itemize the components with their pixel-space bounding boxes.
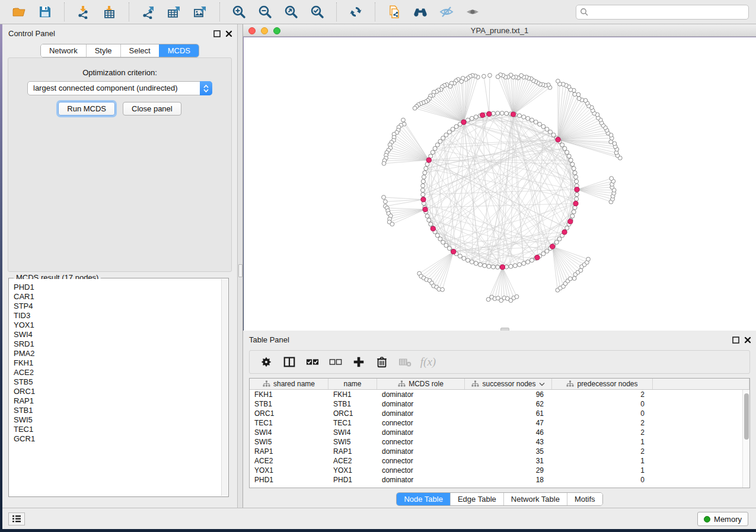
table-cell[interactable]: FKH1 (328, 390, 377, 399)
tab-network-table[interactable]: Network Table (503, 493, 567, 505)
table-cell[interactable]: dominator (377, 428, 465, 437)
import-network-icon[interactable] (71, 2, 97, 22)
column-header-predecessor-nodes[interactable]: predecessor nodes (552, 379, 653, 389)
table-row[interactable]: FKH1FKH1dominator962 (250, 390, 742, 399)
table-cell[interactable]: SWI4 (250, 428, 328, 437)
table-row[interactable]: ACE2ACE2connector311 (250, 456, 742, 466)
table-cell[interactable]: 2 (552, 418, 653, 428)
table-cell[interactable]: STB1 (328, 399, 377, 409)
table-cell[interactable]: connector (377, 456, 465, 466)
table-cell[interactable]: 1 (552, 456, 653, 466)
table-cell[interactable]: SWI4 (328, 428, 377, 437)
table-cell[interactable]: 61 (465, 409, 552, 418)
export-table-icon[interactable] (161, 2, 187, 22)
mcds-result-item[interactable]: GCR1 (14, 434, 228, 444)
table-row[interactable]: RAP1RAP1dominator352 (250, 447, 742, 456)
table-cell[interactable]: RAP1 (250, 447, 328, 456)
column-header-name[interactable]: name (328, 379, 377, 389)
table-cell[interactable]: 0 (552, 399, 653, 409)
table-cell[interactable]: ACE2 (250, 456, 328, 466)
table-cell[interactable]: SWI5 (328, 437, 377, 447)
search-field[interactable] (576, 5, 749, 20)
tab-motifs[interactable]: Motifs (567, 493, 602, 505)
table-cell[interactable]: 96 (465, 390, 552, 399)
table-cell[interactable]: dominator (377, 475, 465, 485)
table-cell[interactable]: dominator (377, 399, 465, 409)
network-canvas[interactable] (244, 37, 756, 331)
checkbox-unchecked-pair-icon[interactable] (326, 352, 345, 371)
mcds-result-item[interactable]: RAP1 (14, 396, 228, 406)
table-cell[interactable]: FKH1 (250, 390, 328, 399)
chevron-down-icon[interactable] (539, 382, 545, 386)
tab-node-table[interactable]: Node Table (397, 493, 450, 505)
table-cell[interactable]: 31 (465, 456, 552, 466)
float-panel-icon[interactable] (732, 335, 739, 346)
table-scrollbar[interactable] (742, 390, 749, 488)
search-input[interactable] (589, 7, 748, 18)
table-cell[interactable]: 62 (465, 399, 552, 409)
table-row[interactable]: STB1STB1dominator620 (250, 399, 742, 409)
table-cell[interactable]: ORC1 (250, 409, 328, 418)
table-cell[interactable]: 35 (465, 447, 552, 456)
mcds-result-item[interactable]: PMA2 (14, 349, 228, 358)
table-cell[interactable]: 0 (552, 475, 653, 485)
close-panel-icon[interactable] (225, 29, 232, 40)
table-row[interactable]: SWI5SWI5connector431 (250, 437, 742, 447)
tab-style[interactable]: Style (86, 44, 120, 57)
mcds-result-list[interactable]: PHD1CAR1STP4TID3YOX1SWI4SRD1PMA2FKH1ACE2… (9, 279, 228, 496)
table-row[interactable]: SWI4SWI4dominator462 (250, 428, 742, 437)
show-all-eye-icon[interactable] (460, 2, 486, 22)
zoom-out-icon[interactable] (252, 2, 278, 22)
table-cell[interactable]: 2 (552, 447, 653, 456)
mcds-result-item[interactable]: TID3 (14, 311, 228, 321)
table-cell[interactable]: TEC1 (250, 418, 328, 428)
mcds-result-item[interactable]: ACE2 (14, 368, 228, 377)
checkbox-checked-pair-icon[interactable] (303, 352, 322, 371)
table-cell[interactable]: ACE2 (328, 456, 377, 466)
table-cell[interactable]: 47 (465, 418, 552, 428)
mcds-result-item[interactable]: FKH1 (14, 358, 228, 368)
table-row[interactable]: TEC1TEC1connector472 (250, 418, 742, 428)
close-panel-icon[interactable] (744, 335, 751, 346)
table-cell[interactable]: ORC1 (328, 409, 377, 418)
export-image-icon[interactable] (187, 2, 213, 22)
mcds-result-item[interactable]: YOX1 (14, 321, 228, 330)
split-columns-icon[interactable] (280, 352, 299, 371)
zoom-selected-icon[interactable] (304, 2, 330, 22)
run-mcds-button[interactable]: Run MCDS (58, 102, 115, 116)
clone-network-icon[interactable] (381, 2, 407, 22)
zoom-in-icon[interactable] (226, 2, 252, 22)
tab-edge-table[interactable]: Edge Table (450, 493, 503, 505)
table-cell[interactable]: RAP1 (328, 447, 377, 456)
gear-icon[interactable] (257, 352, 276, 371)
table-cell[interactable]: PHD1 (250, 475, 328, 485)
mcds-result-item[interactable]: STP4 (14, 302, 228, 311)
close-panel-button[interactable]: Close panel (123, 102, 181, 116)
splitter-handle[interactable] (238, 264, 243, 277)
hide-selected-eye-icon[interactable] (433, 2, 460, 22)
table-cell[interactable]: PHD1 (328, 475, 377, 485)
table-cell[interactable]: dominator (377, 409, 465, 418)
trash-icon[interactable] (372, 352, 391, 371)
tab-network[interactable]: Network (41, 44, 86, 57)
zoom-fit-icon[interactable] (278, 2, 304, 22)
mcds-result-item[interactable]: SWI4 (14, 330, 228, 339)
mcds-list-scrollbar[interactable] (221, 279, 228, 496)
table-cell[interactable]: 29 (465, 466, 552, 475)
table-cell[interactable]: 1 (552, 466, 653, 475)
table-cell[interactable]: 43 (465, 437, 552, 447)
table-row[interactable]: YOX1YOX1connector291 (250, 466, 742, 475)
table-cell[interactable]: 0 (552, 409, 653, 418)
export-network-icon[interactable] (135, 2, 161, 22)
table-cell[interactable]: YOX1 (250, 466, 328, 475)
mcds-result-item[interactable]: STB1 (14, 406, 228, 415)
vertical-splitter[interactable] (237, 24, 243, 529)
table-cell[interactable]: YOX1 (328, 466, 377, 475)
network-graph[interactable] (244, 37, 756, 331)
open-file-icon[interactable] (6, 2, 32, 22)
memory-button[interactable]: Memory (697, 512, 748, 526)
float-panel-icon[interactable] (213, 29, 221, 40)
optimization-criterion-select[interactable]: largest connected component (undirected) (27, 81, 212, 95)
column-header-shared-name[interactable]: shared name (250, 379, 328, 389)
import-table-icon[interactable] (97, 2, 123, 22)
